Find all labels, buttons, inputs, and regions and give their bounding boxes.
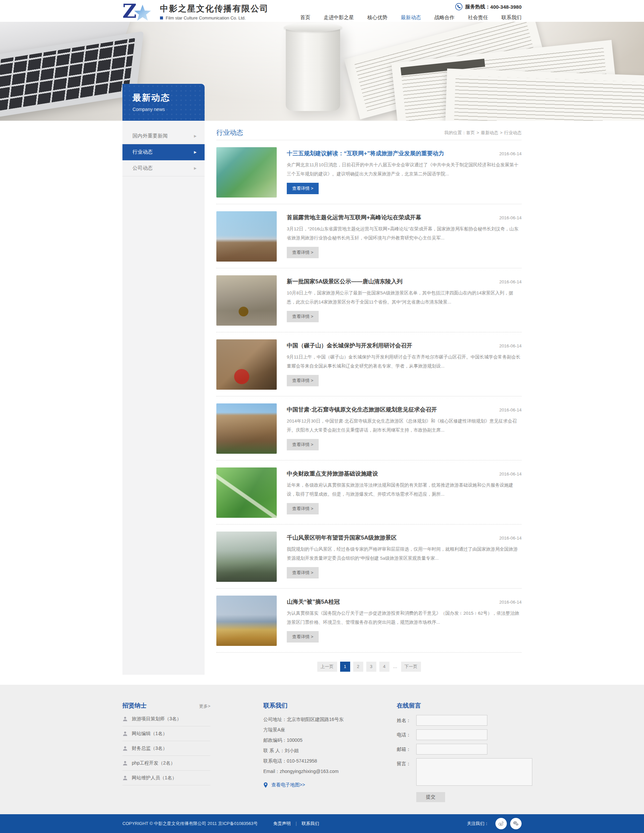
news-thumbnail[interactable] [216, 596, 277, 646]
sidebar-title: 最新动态 [132, 92, 204, 104]
nav-item[interactable]: 社会责任 [468, 13, 488, 21]
job-label: 网站编辑（1名） [132, 731, 167, 737]
sidebar-header: 最新动态 Company news [122, 84, 204, 121]
view-details-button[interactable]: 查看详情 > [287, 631, 319, 643]
wechat-icon[interactable] [510, 818, 522, 829]
view-details-button[interactable]: 查看详情 > [287, 183, 319, 194]
breadcrumb-link[interactable]: 行业动态 [504, 130, 522, 135]
contact-line: Email：zhongyingzhixing@163.com [263, 766, 367, 777]
news-date: 2016-06-14 [499, 600, 522, 605]
job-label: php工程开发（2名） [132, 760, 175, 766]
person-icon [122, 716, 128, 722]
news-title[interactable]: 中国（碾子山）金长城保护与开发利用研讨会召开 [287, 342, 412, 349]
nav-item[interactable]: 最新动态 [401, 13, 421, 21]
nav-item[interactable]: 联系我们 [501, 13, 522, 21]
breadcrumb-link[interactable]: 最新动态 [481, 130, 498, 135]
news-thumbnail[interactable] [216, 147, 277, 198]
view-details-button[interactable]: 查看详情 > [287, 375, 319, 386]
view-details-button[interactable]: 查看详情 > [287, 311, 319, 322]
news-thumbnail[interactable] [216, 468, 277, 518]
pagination-button[interactable]: 下一页 [401, 662, 421, 672]
pagination-button[interactable]: … [393, 662, 398, 672]
chevron-right-icon: ▶ [194, 166, 196, 170]
map-link[interactable]: 查看电子地图>> [263, 782, 367, 788]
contact-title: 联系我们 [263, 701, 367, 709]
news-title[interactable]: 首届露营地主题化运营与互联网+高峰论坛在荣成开幕 [287, 214, 421, 221]
news-title[interactable]: 十三五规划建议解读：“互联网+”将成旅游产业发展的重要动力 [287, 150, 444, 157]
form-text-input[interactable] [416, 715, 487, 726]
bottom-link[interactable]: 免责声明 [274, 821, 291, 826]
news-excerpt: 为认真贯彻落实《国务院办公厅关于进一步促进旅游投资和消费的若干意见》（国办发﹝2… [287, 609, 522, 627]
form-field-label: 留言： [397, 758, 416, 786]
news-excerpt: 近年来，各级政府认真贯彻落实旅游法等法律法规和国务院的有关部署，统筹推进旅游基础… [287, 481, 522, 499]
pagination-button[interactable]: 2 [353, 662, 363, 672]
person-icon [122, 731, 128, 737]
contact-line: 联系电话：010-57412958 [263, 756, 367, 766]
form-text-input[interactable] [416, 744, 487, 754]
news-title[interactable]: 新一批国家5A级景区公示——唐山清东陵入列 [287, 278, 402, 285]
news-excerpt: 央广网北京11月10日消息，日前召开的中共十八届五中全会审议通过了《中共中央关于… [287, 160, 522, 178]
pagination-button[interactable]: 1 [340, 662, 350, 672]
bottom-bar: COPYRIGHT © 中影之星文化传播有限公司 2011 京ICP备01083… [0, 814, 644, 833]
copyright: COPYRIGHT © 中影之星文化传播有限公司 2011 京ICP备01083… [122, 820, 258, 827]
bottom-link[interactable]: 联系我们 [301, 821, 319, 826]
pagination-button[interactable]: 上一页 [317, 662, 337, 672]
news-excerpt: 10月8日上午，国家旅游局公示了最新一批国家5A级旅游景区名单，其中包括江津四面… [287, 288, 522, 307]
weibo-icon[interactable] [496, 818, 507, 829]
news-item: 中国甘肃·北石窟寺镇原文化生态旅游区规划意见征求会召开 2016-06-14 2… [216, 396, 522, 460]
nav-item[interactable]: 首页 [300, 13, 310, 21]
sidebar-menu-item[interactable]: 公司动态 ▶ [122, 160, 204, 176]
news-thumbnail[interactable] [216, 339, 277, 390]
news-title[interactable]: 中央财政重点支持旅游基础设施建设 [287, 470, 378, 478]
jobs-more-link[interactable]: 更多> [199, 703, 210, 709]
follow-label: 关注我们： [467, 820, 489, 827]
news-date: 2016-06-14 [499, 471, 522, 476]
pagination: 上一页 1 2 3 4 … 下一页 [216, 662, 522, 675]
phone-icon [455, 3, 462, 10]
pagination-button[interactable]: 3 [366, 662, 376, 672]
form-field-label: 姓名： [397, 715, 416, 726]
view-details-button[interactable]: 查看详情 > [287, 567, 319, 579]
form-field-label: 邮箱： [397, 744, 416, 754]
logo-square [160, 16, 163, 19]
breadcrumb-link[interactable]: 首页 [466, 130, 475, 135]
breadcrumb: 我的位置：首页>最新动态>行业动态> [444, 130, 522, 136]
sidebar-menu: 国内外重要新闻 ▶ 行业动态 ▶ 公司动态 ▶ [122, 121, 204, 176]
pagination-button[interactable]: 4 [379, 662, 390, 672]
message-title: 在线留言 [397, 701, 532, 709]
nav-item[interactable]: 核心优势 [367, 13, 387, 21]
news-item: 中国（碾子山）金长城保护与开发利用研讨会召开 2016-06-14 9月11日上… [216, 332, 522, 396]
news-item: 新一批国家5A级景区公示——唐山清东陵入列 2016-06-14 10月8日上午… [216, 268, 522, 332]
location-pin-icon [263, 782, 268, 788]
news-title[interactable]: 中国甘肃·北石窟寺镇原文化生态旅游区规划意见征求会召开 [287, 406, 437, 413]
job-item[interactable]: 网站维护人员（1名） [122, 770, 210, 785]
news-thumbnail[interactable] [216, 211, 277, 262]
contact-line: 邮政编码：100005 [263, 735, 367, 746]
hotline-label: 服务热线： [465, 4, 490, 10]
news-title[interactable]: 山海关“被”摘5A桂冠 [287, 598, 340, 606]
form-field-label: 电话： [397, 729, 416, 740]
sidebar-menu-item[interactable]: 行业动态 ▶ [122, 144, 204, 160]
news-title[interactable]: 千山风景区明年有望晋升国家5A级旅游景区 [287, 534, 397, 542]
site-header: Z 中影之星文化传播有限公司 Film star Culture Communi… [0, 0, 644, 22]
message-textarea[interactable] [416, 758, 532, 786]
view-details-button[interactable]: 查看详情 > [287, 247, 319, 258]
news-thumbnail[interactable] [216, 275, 277, 326]
job-item[interactable]: 旅游项目策划师（3名） [122, 712, 210, 726]
sidebar-menu-item[interactable]: 国内外重要新闻 ▶ [122, 128, 204, 144]
job-item[interactable]: 网站编辑（1名） [122, 726, 210, 741]
nav-item[interactable]: 走进中影之星 [324, 13, 354, 21]
view-details-button[interactable]: 查看详情 > [287, 439, 319, 450]
submit-button[interactable]: 提交 [416, 792, 445, 802]
person-icon [122, 761, 128, 766]
news-thumbnail[interactable] [216, 532, 277, 582]
news-item: 十三五规划建议解读：“互联网+”将成旅游产业发展的重要动力 2016-06-14… [216, 140, 522, 204]
form-text-input[interactable] [416, 729, 487, 740]
job-item[interactable]: php工程开发（2名） [122, 756, 210, 770]
view-details-button[interactable]: 查看详情 > [287, 503, 319, 515]
news-thumbnail[interactable] [216, 404, 277, 454]
logo[interactable]: Z 中影之星文化传播有限公司 Film star Culture Communi… [122, 0, 269, 22]
job-item[interactable]: 财务总监（3名） [122, 741, 210, 756]
news-item: 山海关“被”摘5A桂冠 2016-06-14 为认真贯彻落实《国务院办公厅关于进… [216, 589, 522, 653]
nav-item[interactable]: 战略合作 [435, 13, 454, 21]
